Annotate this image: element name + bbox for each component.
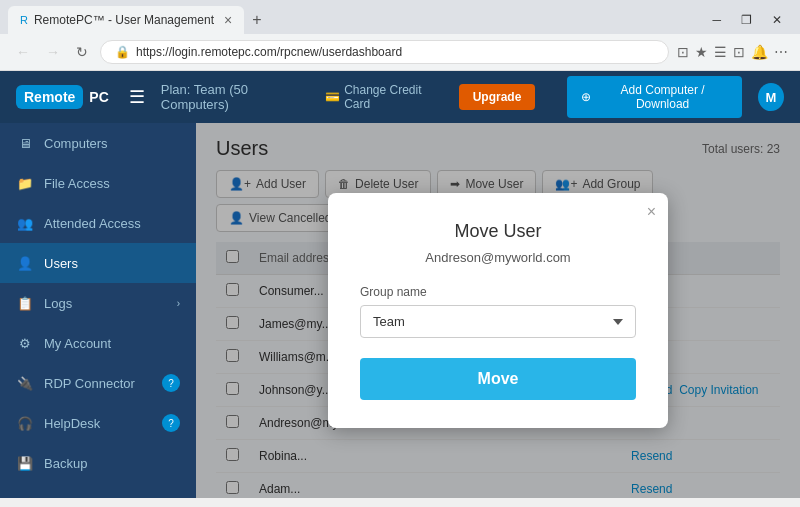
window-controls: ─ ❐ ✕	[706, 11, 792, 29]
sidebar-item-users[interactable]: 👤 Users	[0, 243, 196, 283]
sidebar-item-helpdesk[interactable]: 🎧 HelpDesk ?	[0, 403, 196, 443]
attended-access-icon: 👥	[16, 214, 34, 232]
restore-button[interactable]: ❐	[735, 11, 758, 29]
app: Remote PC ☰ Plan: Team (50 Computers) 💳 …	[0, 71, 800, 498]
forward-button[interactable]: →	[42, 42, 64, 62]
backup-icon: 💾	[16, 454, 34, 472]
file-access-icon: 📁	[16, 174, 34, 192]
browser-chrome: R RemotePC™ - User Management × + ─ ❐ ✕ …	[0, 0, 800, 71]
logo-icon: Remote	[16, 85, 83, 109]
logs-arrow-icon: ›	[177, 298, 180, 309]
bookmark-star-icon[interactable]: ★	[695, 44, 708, 60]
move-user-modal: × Move User Andreson@myworld.com Group n…	[328, 193, 668, 428]
refresh-button[interactable]: ↻	[72, 42, 92, 62]
add-computer-icon: ⊕	[581, 90, 591, 104]
minimize-button[interactable]: ─	[706, 11, 727, 29]
user-avatar[interactable]: M	[758, 83, 784, 111]
my-account-icon: ⚙	[16, 334, 34, 352]
app-header: Remote PC ☰ Plan: Team (50 Computers) 💳 …	[0, 71, 800, 123]
sidebar-label-users: Users	[44, 256, 78, 271]
sidebar-label-meeting: Meeting	[44, 496, 90, 499]
close-window-button[interactable]: ✕	[766, 11, 788, 29]
bookmarks-icon[interactable]: ⊡	[677, 44, 689, 60]
logs-icon: 📋	[16, 294, 34, 312]
extensions-icon[interactable]: ⊡	[733, 44, 745, 60]
sidebar-item-meeting[interactable]: 📹 Meeting	[0, 483, 196, 498]
credit-card-icon: 💳	[325, 90, 340, 104]
rdp-connector-icon: 🔌	[16, 374, 34, 392]
sidebar-item-logs[interactable]: 📋 Logs ›	[0, 283, 196, 323]
sidebar-label-rdp-connector: RDP Connector	[44, 376, 135, 391]
address-bar: ← → ↻ 🔒 https://login.remotepc.com/rpcne…	[0, 34, 800, 70]
sidebar-item-backup[interactable]: 💾 Backup	[0, 443, 196, 483]
hamburger-menu[interactable]: ☰	[129, 86, 145, 108]
group-select[interactable]: Team Default Group A	[360, 305, 636, 338]
modal-overlay: × Move User Andreson@myworld.com Group n…	[196, 123, 800, 498]
sidebar-label-file-access: File Access	[44, 176, 110, 191]
active-tab[interactable]: R RemotePC™ - User Management ×	[8, 6, 244, 34]
main-content: 🖥 Computers 📁 File Access 👥 Attended Acc…	[0, 123, 800, 498]
tab-title: RemotePC™ - User Management	[34, 13, 214, 27]
sidebar-item-my-account[interactable]: ⚙ My Account	[0, 323, 196, 363]
plan-info: Plan: Team (50 Computers)	[161, 82, 309, 112]
group-name-label: Group name	[360, 285, 636, 299]
page-content: Users Total users: 23 👤+ Add User 🗑 Dele…	[196, 123, 800, 498]
url-bar[interactable]: 🔒 https://login.remotepc.com/rpcnew/user…	[100, 40, 669, 64]
modal-form: Group name Team Default Group A Move	[360, 285, 636, 400]
more-options-icon[interactable]: ⋯	[774, 44, 788, 60]
browser-actions: ⊡ ★ ☰ ⊡ 🔔 ⋯	[677, 44, 788, 60]
sidebar-item-attended-access[interactable]: 👥 Attended Access	[0, 203, 196, 243]
tab-close-button[interactable]: ×	[224, 12, 232, 28]
upgrade-button[interactable]: Upgrade	[459, 84, 536, 110]
sidebar-label-backup: Backup	[44, 456, 87, 471]
sidebar-label-computers: Computers	[44, 136, 108, 151]
sidebar-item-rdp-connector[interactable]: 🔌 RDP Connector ?	[0, 363, 196, 403]
sidebar-item-computers[interactable]: 🖥 Computers	[0, 123, 196, 163]
sidebar: 🖥 Computers 📁 File Access 👥 Attended Acc…	[0, 123, 196, 498]
helpdesk-icon: 🎧	[16, 414, 34, 432]
helpdesk-badge: ?	[162, 414, 180, 432]
new-tab-button[interactable]: +	[244, 7, 269, 33]
rdp-badge: ?	[162, 374, 180, 392]
sidebar-label-helpdesk: HelpDesk	[44, 416, 100, 431]
add-computer-button[interactable]: ⊕ Add Computer / Download	[567, 76, 742, 118]
modal-title: Move User	[360, 221, 636, 242]
change-credit-card-link[interactable]: 💳 Change Credit Card	[325, 83, 443, 111]
sidebar-label-logs: Logs	[44, 296, 72, 311]
meeting-icon: 📹	[16, 494, 34, 498]
sidebar-item-file-access[interactable]: 📁 File Access	[0, 163, 196, 203]
users-icon: 👤	[16, 254, 34, 272]
modal-close-button[interactable]: ×	[647, 203, 656, 221]
modal-user-email: Andreson@myworld.com	[360, 250, 636, 265]
logo: Remote PC	[16, 85, 109, 109]
menu-icon[interactable]: ☰	[714, 44, 727, 60]
notifications-icon[interactable]: 🔔	[751, 44, 768, 60]
back-button[interactable]: ←	[12, 42, 34, 62]
tab-bar: R RemotePC™ - User Management × + ─ ❐ ✕	[0, 0, 800, 34]
url-text: https://login.remotepc.com/rpcnew/userda…	[136, 45, 402, 59]
sidebar-label-attended-access: Attended Access	[44, 216, 141, 231]
computers-icon: 🖥	[16, 134, 34, 152]
move-confirm-button[interactable]: Move	[360, 358, 636, 400]
sidebar-label-my-account: My Account	[44, 336, 111, 351]
